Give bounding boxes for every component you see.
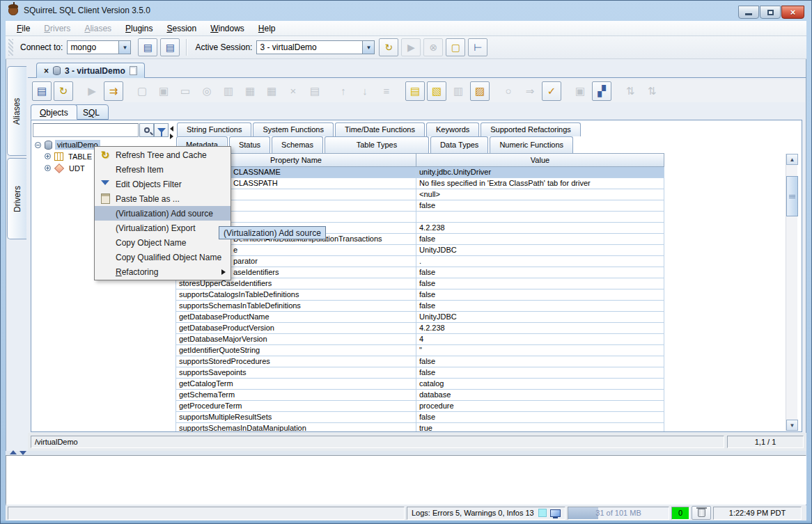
detail-tab[interactable]: Data Types (430, 136, 488, 153)
table-row[interactable]: supportsStoredProcedures false (175, 356, 666, 367)
find-button[interactable]: ○ (499, 81, 518, 101)
new-sql-button[interactable]: ▢ (132, 81, 152, 101)
menu-item[interactable]: Help (251, 21, 283, 35)
commit-button[interactable]: ⇉ (104, 81, 123, 101)
detail-tab[interactable]: Time/Date Functions (335, 122, 425, 136)
session-tab[interactable]: × 3 - virtualDemo (36, 63, 145, 78)
sync-down-button[interactable]: ⇅ (642, 81, 662, 101)
detail-tab[interactable]: Supported Refactorings (481, 122, 581, 136)
table-row[interactable]: CLASSPATH No files specified in 'Extra C… (175, 178, 666, 189)
find-in-tree-button[interactable] (139, 123, 154, 137)
detail-tab[interactable]: Schemas (272, 136, 323, 153)
tree-expand-handle[interactable] (45, 153, 51, 159)
delete-button[interactable]: × (283, 81, 303, 101)
sidebar-tab-drivers[interactable]: Drivers (7, 158, 26, 239)
copy-sql-button[interactable]: ▥ (219, 81, 238, 101)
next-button[interactable]: ↓ (355, 81, 375, 101)
context-menu-item[interactable]: Paste Table as ... (95, 191, 231, 206)
detail-tab[interactable]: Status (229, 136, 270, 153)
minimize-button[interactable] (738, 6, 759, 19)
log-viewer-icon[interactable] (550, 509, 561, 517)
refresh-tree-button[interactable]: ↻ (54, 81, 73, 101)
open-sql-button[interactable]: ▭ (175, 81, 195, 101)
table-row[interactable]: supportsSchemasInTableDefinitions false (175, 301, 666, 312)
menu-item[interactable]: Windows (203, 21, 251, 35)
context-menu-item[interactable]: Refresh Item (95, 162, 231, 177)
detail-tab[interactable]: String Functions (177, 122, 251, 136)
table-row[interactable]: storesUpperCaseIdentifiers false (175, 278, 666, 289)
sync-session-button[interactable]: ↻ (379, 38, 398, 56)
detail-tab[interactable]: Numeric Functions (490, 136, 573, 153)
tab-sql[interactable]: SQL (74, 104, 109, 120)
history-button[interactable]: ◎ (197, 81, 217, 101)
scrollbar-thumb[interactable] (786, 176, 798, 216)
object-filter-input[interactable] (33, 123, 139, 137)
garbage-collect-button[interactable] (692, 506, 711, 520)
table-row[interactable]: supportsSavepoints false (175, 367, 666, 379)
tree-node[interactable]: TABLE (45, 150, 94, 162)
table-row[interactable]: getSchemaTerm database (175, 390, 666, 401)
logs-cell[interactable]: Logs: Errors 5, Warnings 0, Infos 13 (407, 507, 565, 520)
split-collapse-buttons[interactable] (170, 126, 174, 139)
previous-button[interactable]: ↑ (334, 81, 353, 101)
save-as-button[interactable]: ▦ (262, 81, 281, 101)
context-menu-item[interactable]: (Virtualization) Export (95, 221, 231, 235)
detail-tab[interactable]: Table Types (325, 136, 429, 153)
table-row[interactable] (175, 212, 666, 223)
tab-objects[interactable]: Objects (31, 104, 77, 120)
context-menu-item[interactable]: Edit Objects Filter (95, 177, 231, 191)
maximize-button[interactable] (760, 6, 781, 19)
run-sql-button[interactable]: ▶ (401, 38, 421, 56)
context-menu-item[interactable]: Copy Qualified Object Name (95, 250, 231, 264)
sync-up-button[interactable]: ⇅ (620, 81, 640, 101)
memory-gauge[interactable]: 31 of 101 MB (568, 507, 669, 520)
close-button[interactable]: × (781, 6, 804, 19)
menu-item[interactable]: File (10, 21, 37, 35)
copy-arrow-button[interactable]: ⇒ (520, 81, 540, 101)
context-menu-item[interactable]: Refresh Tree and Cache (95, 148, 231, 162)
filter-tree-button[interactable] (154, 123, 169, 137)
column-header-value[interactable]: Value (416, 153, 664, 167)
menu-item[interactable]: Session (159, 21, 203, 35)
menu-item[interactable]: Plugins (118, 21, 159, 35)
table-scrollbar[interactable]: ▲ ▼ (786, 154, 797, 431)
cancel-sql-button[interactable]: ⊗ (423, 38, 443, 56)
table-row[interactable]: <null> (175, 189, 666, 200)
run-button[interactable]: ▶ (82, 81, 102, 101)
format-select-button[interactable]: ▧ (427, 81, 446, 101)
table-row[interactable]: false (175, 200, 666, 212)
list-button[interactable]: ≡ (377, 81, 396, 101)
edit-bookmark-button[interactable]: ▞ (592, 81, 611, 101)
splitter-up-icon[interactable] (10, 450, 17, 454)
table-row[interactable]: supportsMultipleResultSets false (175, 412, 666, 423)
close-session-icon[interactable]: × (44, 66, 49, 76)
new-session-window-button[interactable]: ▢ (446, 38, 465, 56)
tree-expand-handle[interactable] (35, 142, 41, 148)
format-rows-button[interactable]: ▤ (405, 81, 425, 101)
tree-view-button[interactable]: ⊢ (468, 38, 487, 56)
alias-combobox[interactable]: mongo ▼ (67, 40, 131, 54)
connect-session-button[interactable]: ▤ (32, 81, 52, 101)
scroll-up-icon[interactable]: ▲ (786, 154, 798, 165)
session-combobox[interactable]: 3 - virtualDemo ▼ (256, 40, 375, 54)
tree-node-database[interactable]: virtualDemo (35, 139, 100, 150)
print-button[interactable]: ▤ (305, 81, 325, 101)
table-row[interactable]: parator . (175, 256, 666, 267)
table-row[interactable]: CLASSNAME unity.jdbc.UnityDriver (175, 167, 666, 178)
table-row[interactable]: e UnityJDBC (175, 245, 666, 256)
save-button[interactable]: ▦ (240, 81, 260, 101)
edit-sql-button[interactable]: ▣ (154, 81, 173, 101)
table-row[interactable]: getCatalogTerm catalog (175, 379, 666, 390)
chevron-down-icon[interactable]: ▼ (362, 41, 374, 54)
toolbar-grip[interactable] (8, 39, 13, 56)
table-row[interactable]: getDatabaseProductVersion 4.2.238 (175, 323, 666, 334)
scroll-down-icon[interactable]: ▼ (786, 420, 798, 431)
table-row[interactable]: getProcedureTerm procedure (175, 401, 666, 412)
context-menu-item[interactable]: (Virtualization) Add source (95, 206, 231, 221)
table-row[interactable]: getDatabaseMajorVersion 4 (175, 334, 666, 345)
table-row[interactable]: getIdentifierQuoteString " (175, 345, 666, 356)
menu-item[interactable]: Aliases (77, 21, 118, 35)
detail-tab[interactable]: System Functions (253, 122, 333, 136)
table-row[interactable]: getDatabaseProductName UnityJDBC (175, 312, 666, 323)
sidebar-tab-aliases[interactable]: Aliases (7, 66, 26, 156)
